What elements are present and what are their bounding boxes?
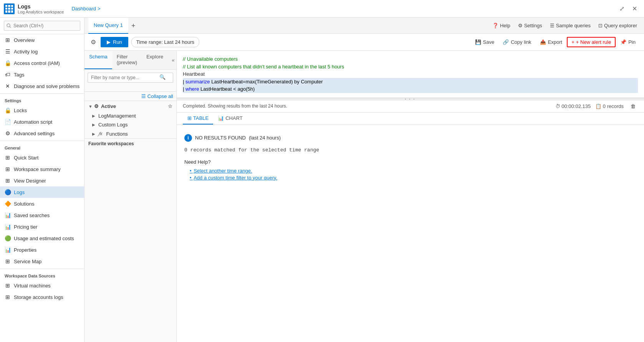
help-label: Help <box>500 23 510 28</box>
split-area: Schema Filter (preview) Explore « 🔍 <box>84 51 644 342</box>
results-tab-table[interactable]: ⊞ TABLE <box>183 113 213 125</box>
help-link-add-time-filter[interactable]: Add a custom time filter to your query. <box>190 175 636 181</box>
top-bar-actions: ⤢ ✕ <box>616 3 640 14</box>
copy-link-button[interactable]: 🔗 Copy link <box>499 37 535 47</box>
tab-new-query-1[interactable]: New Query 1 <box>88 18 128 34</box>
logo-text: Logs Log Analytics workspace <box>18 3 64 14</box>
settings-button[interactable]: ⚙ Settings <box>515 21 545 30</box>
sidebar-item-virtual-machines[interactable]: ⊞ Virtual machines <box>0 280 84 291</box>
sidebar-item-service-map[interactable]: ⊞ Service Map <box>0 256 84 267</box>
tab-schema[interactable]: Schema <box>84 51 112 69</box>
table-icon: ⊞ <box>187 115 192 121</box>
sidebar-item-label: Saved searches <box>14 213 50 218</box>
sidebar-item-label: Locks <box>14 108 27 113</box>
tree-item-custom-logs[interactable]: ▶ Custom Logs <box>84 120 176 129</box>
breadcrumb-sep: > <box>98 6 101 12</box>
quick-start-icon: ⊞ <box>5 154 11 161</box>
sidebar-item-pricing-tier[interactable]: 📊 Pricing tier <box>0 221 84 232</box>
save-icon: 💾 <box>475 39 481 45</box>
sidebar-item-access-control[interactable]: 🔒 Access control (IAM) <box>0 57 84 69</box>
breadcrumb-link[interactable]: Dashboard > <box>71 6 100 12</box>
sidebar-item-advanced-settings[interactable]: ⚙ Advanced settings <box>0 128 84 139</box>
expand-icon: ▶ <box>92 132 95 136</box>
results-tab-chart[interactable]: 📊 CHART <box>213 113 247 125</box>
schema-tab-label: Schema <box>89 54 108 60</box>
tab-explore[interactable]: Explore <box>142 51 168 69</box>
sample-queries-label: Sample queries <box>556 23 591 28</box>
search-input[interactable] <box>4 21 80 31</box>
tabs-bar-actions: ❓ Help ⚙ Settings ☰ Sample queries ⊡ Que… <box>489 21 640 30</box>
run-icon: ▶ <box>107 39 111 45</box>
close-button[interactable]: ✕ <box>629 3 640 14</box>
sidebar-item-quick-start[interactable]: ⊞ Quick Start <box>0 152 84 163</box>
save-label: Save <box>483 39 495 45</box>
sidebar-item-saved-searches[interactable]: 📊 Saved searches <box>0 209 84 221</box>
tab-filter[interactable]: Filter (preview) <box>112 51 142 69</box>
query-explorer-label: Query explorer <box>604 23 637 28</box>
tree-item-label: Custom Logs <box>98 122 128 128</box>
chart-tab-label: CHART <box>225 115 243 121</box>
sidebar-item-label: Diagnose and solve problems <box>14 83 79 89</box>
sidebar-item-properties[interactable]: 📊 Properties <box>0 244 84 256</box>
sidebar-search-area <box>0 18 84 34</box>
explore-tab-label: Explore <box>146 54 163 60</box>
export-button[interactable]: 📤 Export <box>536 37 566 47</box>
sidebar-item-label: Advanced settings <box>14 131 55 136</box>
new-alert-label: + New alert rule <box>576 39 611 45</box>
expand-icon: ▶ <box>92 123 95 127</box>
pin-label: Pin <box>628 39 636 45</box>
help-link-select-time-range[interactable]: Select another time range. <box>190 168 636 174</box>
delete-results-button[interactable]: 🗑 <box>628 103 638 110</box>
tree-item-label: LogManagement <box>98 113 136 119</box>
schema-search-area: 🔍 <box>84 70 176 92</box>
logs-icon: 🔵 <box>5 189 11 195</box>
sidebar-item-solutions[interactable]: 🔶 Solutions <box>0 198 84 209</box>
sidebar-item-label: Quick Start <box>14 155 38 161</box>
sidebar-item-tags[interactable]: 🏷 Tags <box>0 69 84 80</box>
sidebar-item-label: Tags <box>14 72 24 78</box>
tree-item-label: Functions <box>106 131 128 137</box>
run-label: Run <box>113 39 122 45</box>
add-tab-button[interactable]: + <box>128 22 139 29</box>
sidebar-item-view-designer[interactable]: ⊞ View Designer <box>0 175 84 186</box>
no-results-title: NO RESULTS FOUND <box>195 135 246 141</box>
no-results-area: i NO RESULTS FOUND (last 24 hours) 0 rec… <box>177 125 644 342</box>
sidebar: ⊞ Overview ☰ Activity log 🔒 Access contr… <box>0 18 84 342</box>
sidebar-item-usage-costs[interactable]: 🟢 Usage and estimated costs <box>0 232 84 244</box>
results-records-value: 0 records <box>603 103 624 109</box>
saved-searches-icon: 📊 <box>5 212 11 218</box>
pin-button[interactable]: 📌 Pin <box>616 37 639 47</box>
sidebar-item-activity-log[interactable]: ☰ Activity log <box>0 46 84 57</box>
sidebar-item-label: Virtual machines <box>14 283 51 289</box>
code-editor[interactable]: // Unavailable computers // List all kno… <box>177 51 644 98</box>
sidebar-item-diagnose[interactable]: ✕ Diagnose and solve problems <box>0 80 84 92</box>
sidebar-item-workspace-summary[interactable]: ⊞ Workspace summary <box>0 163 84 175</box>
save-button[interactable]: 💾 Save <box>471 37 498 47</box>
top-bar: Logs Log Analytics workspace Dashboard >… <box>0 0 644 18</box>
time-range-button[interactable]: Time range: Last 24 hours <box>131 37 199 47</box>
sidebar-item-overview[interactable]: ⊞ Overview <box>0 34 84 46</box>
sidebar-item-locks[interactable]: 🔒 Locks <box>0 105 84 116</box>
tree-item-functions[interactable]: ▶ 𝑓x Functions <box>84 129 176 138</box>
sidebar-item-label: Logs <box>14 189 25 195</box>
results-area: Completed. Showing results from the last… <box>177 100 644 342</box>
results-status-text: Completed. Showing results from the last… <box>183 103 287 109</box>
query-explorer-button[interactable]: ⊡ Query explorer <box>595 21 640 30</box>
activity-log-icon: ☰ <box>5 48 11 55</box>
sidebar-item-logs[interactable]: 🔵 Logs <box>0 186 84 198</box>
results-records: 📋 0 records <box>595 103 624 109</box>
filter-icon-button[interactable]: ⚙ <box>89 37 98 47</box>
tree-item-log-management[interactable]: ▶ LogManagement <box>84 111 176 120</box>
sidebar-item-storage-accounts[interactable]: ⊞ Storage accounts logs <box>0 291 84 303</box>
new-alert-rule-button[interactable]: + + New alert rule <box>567 37 616 47</box>
sidebar-item-automation[interactable]: 📄 Automation script <box>0 116 84 128</box>
help-button[interactable]: ❓ Help <box>489 21 513 30</box>
minimize-button[interactable]: ⤢ <box>616 3 627 14</box>
run-button[interactable]: ▶ Run <box>101 37 128 47</box>
sample-queries-button[interactable]: ☰ Sample queries <box>547 21 594 30</box>
properties-icon: 📊 <box>5 247 11 253</box>
records-icon: 📋 <box>595 103 601 109</box>
collapse-all-button[interactable]: ☰ Collapse all <box>84 92 176 101</box>
favorite-icon[interactable]: ☆ <box>168 103 172 109</box>
new-alert-icon: + <box>571 39 574 45</box>
